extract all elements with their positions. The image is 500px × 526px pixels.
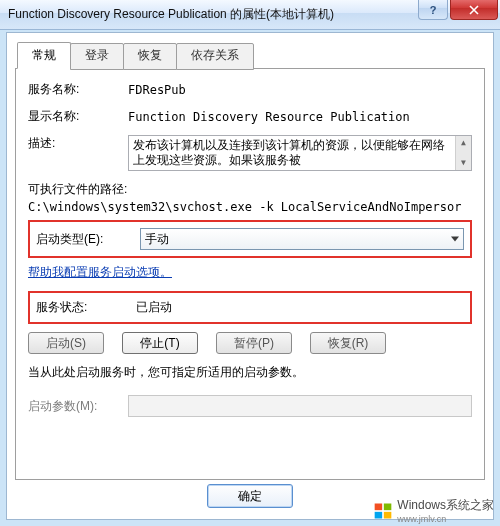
chevron-down-icon bbox=[451, 237, 459, 242]
value-exe-path: C:\windows\system32\svchost.exe -k Local… bbox=[28, 200, 472, 214]
scroll-up-icon[interactable]: ▲ bbox=[461, 136, 466, 150]
start-params-input bbox=[128, 395, 472, 417]
tab-logon[interactable]: 登录 bbox=[70, 43, 124, 70]
service-control-buttons: 启动(S) 停止(T) 暂停(P) 恢复(R) bbox=[28, 332, 472, 354]
client-area: 常规 登录 恢复 依存关系 服务名称: FDResPub 显示名称: Funct… bbox=[6, 32, 494, 520]
exe-path-block: 可执行文件的路径: C:\windows\system32\svchost.ex… bbox=[28, 181, 472, 214]
startup-type-combo[interactable]: 手动 bbox=[140, 228, 464, 250]
row-description: 描述: 发布该计算机以及连接到该计算机的资源，以便能够在网络上发现这些资源。如果… bbox=[28, 135, 472, 171]
ok-button[interactable]: 确定 bbox=[207, 484, 293, 508]
scroll-down-icon[interactable]: ▼ bbox=[461, 156, 466, 170]
tab-dependencies[interactable]: 依存关系 bbox=[176, 43, 254, 70]
stop-button[interactable]: 停止(T) bbox=[122, 332, 198, 354]
label-description: 描述: bbox=[28, 135, 128, 152]
pause-button[interactable]: 暂停(P) bbox=[216, 332, 292, 354]
help-config-link[interactable]: 帮助我配置服务启动选项。 bbox=[28, 265, 172, 279]
startup-hint: 当从此处启动服务时，您可指定所适用的启动参数。 bbox=[28, 364, 472, 381]
label-start-params: 启动参数(M): bbox=[28, 398, 128, 415]
description-value: 发布该计算机以及连接到该计算机的资源，以便能够在网络上发现这些资源。如果该服务被 bbox=[133, 138, 445, 167]
value-display-name: Function Discovery Resource Publication bbox=[128, 110, 472, 124]
dialog-inner: 常规 登录 恢复 依存关系 服务名称: FDResPub 显示名称: Funct… bbox=[15, 41, 485, 477]
titlebar[interactable]: Function Discovery Resource Publication … bbox=[0, 0, 500, 30]
tab-strip: 常规 登录 恢复 依存关系 bbox=[15, 41, 485, 68]
dialog-buttons: 确定 bbox=[15, 481, 485, 511]
row-start-params: 启动参数(M): bbox=[28, 395, 472, 417]
row-help-link: 帮助我配置服务启动选项。 bbox=[28, 264, 472, 281]
resume-button[interactable]: 恢复(R) bbox=[310, 332, 386, 354]
startup-type-highlight: 启动类型(E): 手动 bbox=[28, 220, 472, 258]
tab-recovery[interactable]: 恢复 bbox=[123, 43, 177, 70]
description-scrollbar[interactable]: ▲ ▼ bbox=[455, 136, 471, 170]
close-icon bbox=[469, 5, 479, 15]
row-service-name: 服务名称: FDResPub bbox=[28, 81, 472, 98]
row-service-status: 服务状态: 已启动 bbox=[36, 299, 464, 316]
window-buttons: ? bbox=[418, 0, 498, 20]
start-button[interactable]: 启动(S) bbox=[28, 332, 104, 354]
label-service-status: 服务状态: bbox=[36, 299, 136, 316]
startup-type-value: 手动 bbox=[145, 231, 169, 248]
label-display-name: 显示名称: bbox=[28, 108, 128, 125]
label-service-name: 服务名称: bbox=[28, 81, 128, 98]
service-status-highlight: 服务状态: 已启动 bbox=[28, 291, 472, 324]
row-startup-type: 启动类型(E): 手动 bbox=[36, 228, 464, 250]
value-service-name: FDResPub bbox=[128, 83, 472, 97]
label-startup-type: 启动类型(E): bbox=[36, 231, 140, 248]
value-service-status: 已启动 bbox=[136, 299, 464, 316]
row-display-name: 显示名称: Function Discovery Resource Public… bbox=[28, 108, 472, 125]
label-exe-path: 可执行文件的路径: bbox=[28, 181, 472, 198]
help-button[interactable]: ? bbox=[418, 0, 448, 20]
close-button[interactable] bbox=[450, 0, 498, 20]
tab-general[interactable]: 常规 bbox=[17, 42, 71, 69]
description-text[interactable]: 发布该计算机以及连接到该计算机的资源，以便能够在网络上发现这些资源。如果该服务被… bbox=[128, 135, 472, 171]
tab-panel-general: 服务名称: FDResPub 显示名称: Function Discovery … bbox=[15, 68, 485, 480]
